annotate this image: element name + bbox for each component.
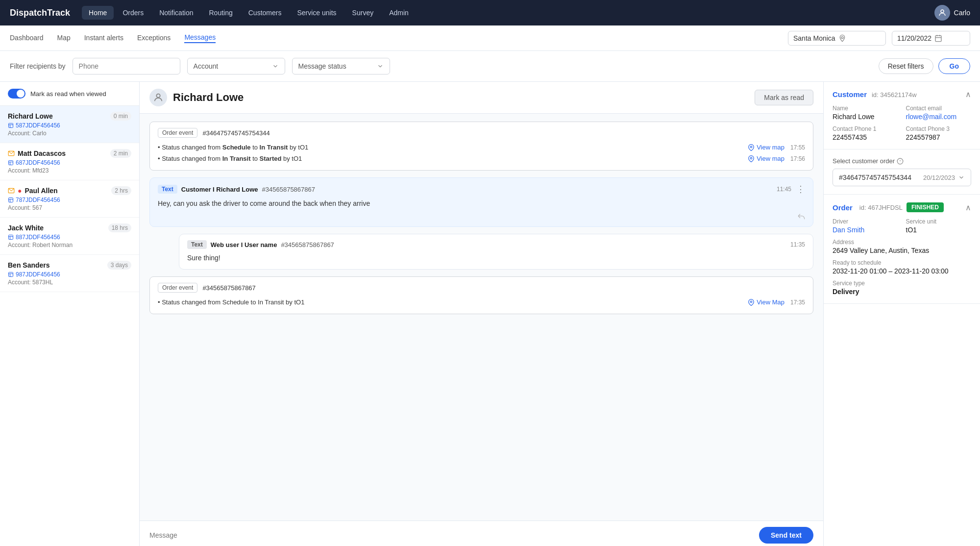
reply-icon (158, 212, 805, 221)
contact-account: Account: Mfd23 (8, 167, 131, 174)
mark-read-toggle[interactable] (8, 89, 25, 99)
subnav-messages[interactable]: Messages (184, 33, 216, 43)
svg-rect-6 (9, 124, 13, 128)
phone-filter-input[interactable] (73, 58, 180, 74)
event-meta: View map 17:55 (748, 144, 805, 151)
account-filter-select[interactable]: Account (187, 58, 285, 74)
location-filter[interactable]: Santa Monica (788, 31, 886, 46)
nav-item-admin[interactable]: Admin (382, 6, 416, 20)
msg-meta: Text Customer I Richard Lowe #3456587586… (158, 185, 315, 194)
name-value: Richard Lowe (833, 113, 898, 121)
sidebar-header: Mark as read when viewed (0, 82, 139, 106)
send-text-button[interactable]: Send text (759, 527, 813, 544)
svg-rect-14 (9, 198, 13, 202)
contact-time: 0 min (110, 112, 131, 121)
subnav-right: Santa Monica 11/20/2022 (788, 31, 970, 46)
order-select-dropdown[interactable]: #346475745745754344 20/12/2023 (833, 169, 971, 186)
nav-item-home[interactable]: Home (82, 6, 114, 20)
event-meta-2: View map 17:56 (748, 155, 805, 162)
contact-time: 2 hrs (111, 186, 131, 195)
contact-account: Account: 567 (8, 204, 131, 211)
order-select-section: Select customer order #34647574574575434… (824, 149, 980, 195)
subnav-exceptions[interactable]: Exceptions (137, 34, 171, 43)
subnav-dashboard[interactable]: Dashboard (10, 34, 44, 43)
sub-nav: Dashboard Map Instant alerts Exceptions … (0, 25, 980, 51)
contact-item-richard-lowe[interactable]: Richard Lowe 0 min 587JDDF456456 Account… (0, 106, 139, 143)
contact-item-paul-allen[interactable]: ● Paul Allen 2 hrs 787JDDF456456 Account… (0, 180, 139, 218)
event-time-2: 17:56 (790, 155, 805, 162)
customer-name-field: Name Richard Lowe (833, 105, 898, 121)
event-row-2: • Status changed from In Transit to Star… (158, 153, 805, 164)
email-label: Contact email (906, 105, 972, 112)
contact-item-matt-dacascos[interactable]: Matt Dacascos 2 min 687JDDF456456 Accoun… (0, 143, 139, 180)
contact-name: Ben Sanders (8, 261, 50, 269)
contact-order: 987JDDF456456 (8, 271, 131, 278)
customer-email-field: Contact email rlowe@mail.com (906, 105, 972, 121)
subnav-map[interactable]: Map (57, 34, 71, 43)
msg-text-2: Sure thing! (187, 253, 805, 263)
contact-time: 3 days (107, 261, 131, 270)
order-fields: Driver Dan Smith Service unit tO1 (833, 218, 971, 234)
svg-rect-10 (9, 161, 13, 165)
phone1-value: 224557435 (833, 133, 898, 141)
contact-account: Account: Robert Norman (8, 242, 131, 248)
order-select-date: 20/12/2023 (923, 174, 955, 181)
msg-meta-2: Text Web user I User name #3456587586786… (187, 240, 334, 249)
inbound-message: Text Customer I Richard Lowe #3456587586… (149, 177, 813, 227)
message-status-label: Message status (298, 62, 346, 70)
customer-collapse-button[interactable]: ∧ (965, 90, 971, 99)
view-map-button-3[interactable]: View Map (748, 298, 784, 306)
order-event-tag: Order event (158, 128, 197, 138)
sidebar: Mark as read when viewed Richard Lowe 0 … (0, 82, 140, 546)
mark-as-read-button[interactable]: Mark as read (755, 90, 813, 105)
order-collapse-button[interactable]: ∧ (965, 203, 971, 212)
customer-fields: Name Richard Lowe Contact email rlowe@ma… (833, 105, 971, 141)
nav-item-service-units[interactable]: Service units (290, 6, 343, 20)
customer-phone3-field: Contact Phone 3 224557987 (906, 125, 972, 141)
email-value[interactable]: rlowe@mail.com (906, 113, 972, 121)
phone3-label: Contact Phone 3 (906, 125, 972, 132)
nav-item-notification[interactable]: Notification (152, 6, 200, 20)
name-label: Name (833, 105, 898, 112)
order-select-label: Select customer order (833, 157, 971, 165)
contact-order: 587JDDF456456 (8, 122, 131, 129)
nav-item-routing[interactable]: Routing (202, 6, 239, 20)
event-row-1: • Status changed from Schedule to In Tra… (158, 142, 805, 153)
svg-rect-2 (935, 35, 941, 41)
schedule-field: Ready to schedule 2032-11-20 01:00 – 202… (833, 259, 971, 275)
contact-item-ben-sanders[interactable]: Ben Sanders 3 days 987JDDF456456 Account… (0, 255, 139, 292)
driver-label: Driver (833, 218, 898, 225)
go-button[interactable]: Go (938, 58, 970, 74)
msg-sender-2: Web user I User name (211, 241, 277, 248)
message-input[interactable] (149, 531, 753, 539)
contact-account: Account: 5873HL (8, 279, 131, 286)
nav-item-survey[interactable]: Survey (345, 6, 381, 20)
view-map-button-1[interactable]: View map (748, 144, 784, 151)
schedule-label: Ready to schedule (833, 259, 971, 266)
driver-value[interactable]: Dan Smith (833, 226, 898, 234)
contact-order: 787JDDF456456 (8, 197, 131, 203)
date-filter[interactable]: 11/20/2022 (892, 31, 970, 46)
user-menu[interactable]: Carlo (934, 5, 970, 21)
address-label: Address (833, 239, 971, 246)
contact-order: 687JDDF456456 (8, 159, 131, 166)
reset-filters-button[interactable]: Reset filters (879, 58, 933, 74)
nav-item-customers[interactable]: Customers (242, 6, 289, 20)
msg-phone: #34565875867867 (262, 186, 315, 193)
address-value: 2649 Valley Lane, Austin, Texas (833, 247, 971, 254)
main-layout: Mark as read when viewed Richard Lowe 0 … (0, 82, 980, 546)
message-options-button[interactable]: ⋮ (796, 184, 805, 195)
phone3-value: 224557987 (906, 133, 972, 141)
chat-header: Richard Lowe Mark as read (140, 82, 823, 114)
view-map-button-2[interactable]: View map (748, 155, 784, 162)
subnav-instant-alerts[interactable]: Instant alerts (84, 34, 123, 43)
contact-time: 2 min (110, 149, 131, 158)
svg-point-1 (841, 36, 843, 38)
contact-item-jack-white[interactable]: Jack White 18 hrs 887JDDF456456 Account:… (0, 218, 139, 255)
nav-item-orders[interactable]: Orders (116, 6, 150, 20)
order-event-id-2: #34565875867867 (202, 284, 255, 292)
service-type-label: Service type (833, 280, 971, 287)
message-status-filter-select[interactable]: Message status (292, 58, 390, 74)
customer-section-title: Customer (833, 90, 867, 99)
svg-point-0 (941, 10, 944, 13)
